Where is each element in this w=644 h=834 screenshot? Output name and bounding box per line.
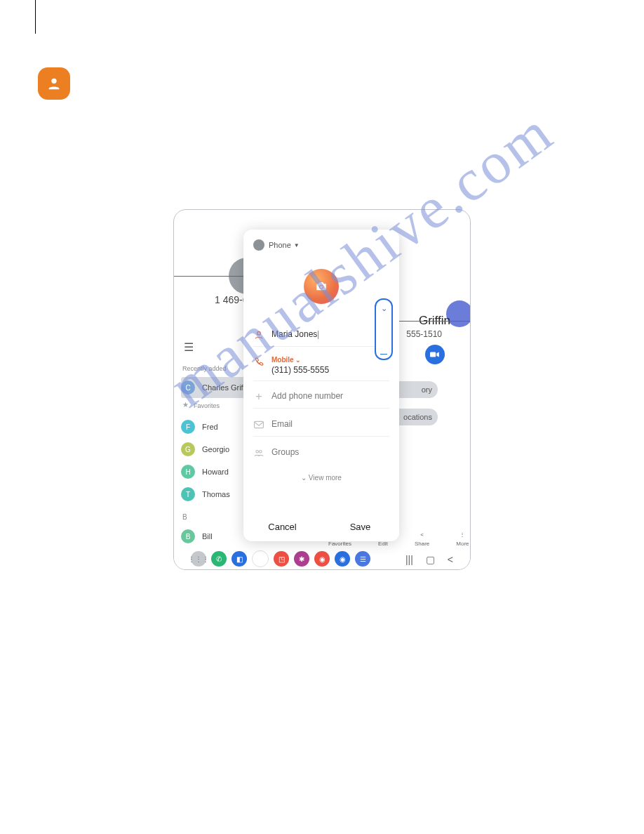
section-letter: B — [182, 513, 187, 521]
favorites-label: Favorites — [194, 402, 220, 409]
svg-point-4 — [257, 331, 261, 335]
contacts-app-icon — [38, 67, 70, 100]
contact-name: Thomas — [202, 490, 230, 498]
groups-icon — [253, 447, 264, 458]
nav-buttons: ||| ▢ < — [405, 554, 453, 565]
contact-name: Charles Grif — [202, 383, 243, 392]
name-field[interactable]: Maria Jones — [253, 324, 389, 347]
apps-icon[interactable]: ⋮⋮⋮ — [191, 551, 206, 567]
page-margin-line — [35, 0, 36, 34]
contact-avatar: F — [181, 420, 195, 434]
contact-name: Fred — [202, 423, 218, 431]
contact-row[interactable]: T Thomas — [181, 484, 246, 505]
messages-icon[interactable]: ☰ — [355, 551, 370, 567]
chevron-down-icon: ▼ — [294, 242, 300, 249]
contact-name: Georgio — [202, 445, 229, 454]
contact-row[interactable]: B Bill — [181, 526, 246, 547]
add-photo-button[interactable] — [304, 269, 339, 304]
menu-icon: ☰ — [184, 340, 194, 354]
contact-row[interactable]: F Fred — [181, 416, 246, 437]
nav-recents[interactable]: ||| — [405, 554, 413, 565]
contact-row[interactable]: G Georgio — [181, 439, 246, 460]
storage-selector[interactable]: Phone ▼ — [253, 239, 300, 251]
contact-row[interactable]: H Howard — [181, 461, 246, 482]
svg-rect-5 — [255, 421, 264, 428]
contact-avatar: C — [181, 380, 195, 395]
expand-callout: ⌄ — [375, 298, 393, 360]
plus-icon: + — [253, 391, 264, 402]
contact-avatar: B — [181, 529, 195, 543]
phone-screenshot: 1 469-6 ☰ Recently added C Charles Grif … — [173, 209, 471, 570]
chrome-icon[interactable]: ◉ — [252, 550, 269, 567]
contact-avatar: T — [181, 487, 195, 501]
add-phone-field[interactable]: + Add phone number — [253, 385, 389, 409]
contact-name: Bill — [202, 532, 213, 541]
tb-icon[interactable]: ◧ — [232, 551, 247, 567]
star-icon: ★ — [182, 401, 189, 409]
cancel-button[interactable]: Cancel — [243, 522, 321, 532]
tb-icon[interactable]: ◳ — [274, 551, 289, 567]
save-button[interactable]: Save — [321, 522, 399, 532]
share-action[interactable]: <Share — [415, 529, 429, 547]
minus-icon — [380, 354, 387, 355]
email-field[interactable]: Email — [253, 413, 389, 437]
video-call-icon[interactable] — [425, 345, 445, 364]
svg-point-6 — [256, 451, 259, 454]
recently-added-label: Recently added — [182, 365, 227, 372]
groups-field[interactable]: Groups — [253, 442, 389, 464]
mobile-field[interactable]: Mobile⌄ (311) 555-5555 — [253, 350, 389, 381]
phone-app-icon[interactable]: ✆ — [211, 551, 227, 567]
nav-home[interactable]: ▢ — [426, 554, 435, 565]
svg-rect-1 — [430, 352, 436, 357]
create-contact-modal: Phone ▼ Maria Jones Mobile⌄ (311) 555-55… — [243, 230, 399, 541]
email-icon — [253, 419, 264, 430]
contact-avatar: G — [181, 442, 195, 456]
chevron-down-icon: ⌄ — [381, 304, 387, 313]
phone-icon — [253, 356, 264, 367]
bg-detail-phone: 555-1510 — [406, 329, 442, 339]
text-cursor — [318, 331, 318, 339]
person-icon — [253, 329, 264, 340]
svg-point-7 — [260, 451, 262, 454]
svg-point-0 — [51, 79, 56, 84]
contact-row[interactable]: C Charles Grif — [181, 377, 246, 398]
tb-icon[interactable]: ✱ — [294, 551, 309, 567]
tb-icon[interactable]: ◉ — [314, 551, 330, 567]
svg-point-3 — [320, 286, 323, 289]
view-more-button[interactable]: View more — [243, 474, 399, 482]
contact-name: Howard — [202, 468, 229, 476]
tb-icon[interactable]: ◉ — [335, 551, 350, 567]
contact-avatar: H — [181, 465, 195, 479]
modal-actions: Cancel Save — [243, 512, 399, 541]
storage-icon — [253, 239, 264, 251]
more-action[interactable]: ⋮More — [456, 529, 469, 547]
chevron-down-icon: ⌄ — [295, 357, 301, 364]
nav-back[interactable]: < — [448, 554, 453, 565]
